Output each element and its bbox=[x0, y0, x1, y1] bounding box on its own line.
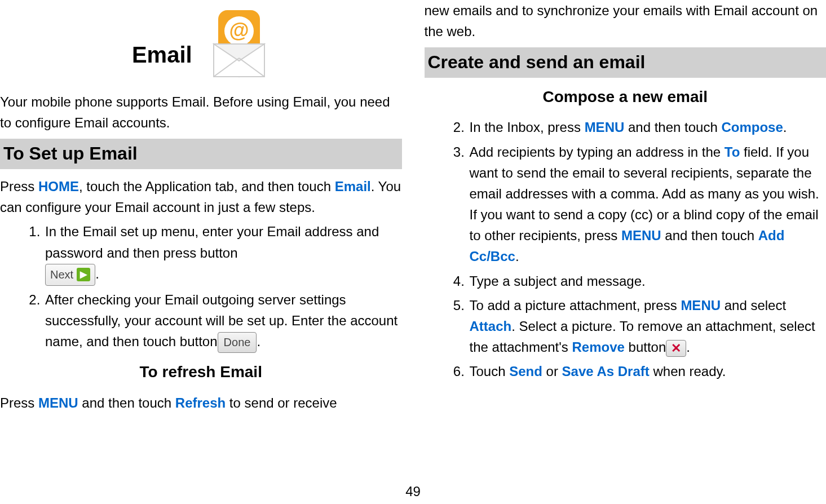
svg-text:@: @ bbox=[229, 19, 249, 42]
page-title: Email bbox=[132, 37, 192, 72]
done-button[interactable]: Done bbox=[218, 332, 257, 353]
text: or bbox=[542, 364, 562, 379]
intro-text: Your mobile phone supports Email. Before… bbox=[0, 91, 402, 133]
arrow-right-icon: ▶ bbox=[77, 268, 90, 281]
menu-key: MENU bbox=[681, 298, 721, 313]
text: and select bbox=[721, 298, 786, 313]
text: Add recipients by typing an address in t… bbox=[470, 144, 725, 160]
compose-step-3: Add recipients by typing an address in t… bbox=[469, 142, 827, 267]
text: , touch the Application tab, and then to… bbox=[79, 179, 335, 194]
continuation-text: new emails and to synchronize your email… bbox=[425, 0, 827, 42]
home-key: HOME bbox=[38, 179, 79, 194]
next-button[interactable]: Next ▶ bbox=[45, 264, 95, 286]
compose-step-2: In the Inbox, press MENU and then touch … bbox=[469, 117, 827, 138]
menu-key: MENU bbox=[621, 228, 661, 243]
title-row: Email @ bbox=[0, 5, 402, 78]
compose-action: Compose bbox=[721, 120, 783, 135]
text: In the Inbox, press bbox=[470, 120, 585, 135]
email-app-icon: @ bbox=[208, 5, 270, 78]
setup-paragraph: Press HOME, touch the Application tab, a… bbox=[0, 176, 402, 218]
compose-step-4: Type a subject and message. bbox=[469, 271, 827, 291]
compose-heading: Compose a new email bbox=[425, 85, 827, 109]
text: In the Email set up menu, enter your Ema… bbox=[45, 224, 379, 260]
menu-key: MENU bbox=[38, 395, 78, 410]
menu-key: MENU bbox=[585, 120, 625, 135]
refresh-paragraph: Press MENU and then touch Refresh to sen… bbox=[0, 392, 402, 413]
save-draft-action: Save As Draft bbox=[562, 364, 650, 379]
text: when ready. bbox=[650, 364, 726, 379]
text: and then touch bbox=[661, 228, 758, 243]
text: and then touch bbox=[78, 395, 175, 410]
remove-action: Remove bbox=[572, 339, 625, 355]
to-field: To bbox=[725, 144, 740, 160]
remove-button[interactable]: ✕ bbox=[666, 340, 686, 357]
setup-step-2: After checking your Email outgoing serve… bbox=[44, 289, 402, 353]
text: Press bbox=[0, 179, 38, 194]
setup-step-1: In the Email set up menu, enter your Ema… bbox=[44, 221, 402, 286]
text: button bbox=[629, 339, 666, 355]
send-action: Send bbox=[509, 364, 542, 379]
compose-step-6: Touch Send or Save As Draft when ready. bbox=[469, 361, 827, 382]
text: To add a picture attachment, press bbox=[470, 298, 681, 313]
refresh-heading: To refresh Email bbox=[0, 360, 402, 384]
email-app-name: Email bbox=[335, 179, 371, 194]
page-number: 49 bbox=[405, 481, 421, 502]
text: to send or receive bbox=[226, 395, 337, 410]
compose-step-5: To add a picture attachment, press MENU … bbox=[469, 295, 827, 358]
text: Press bbox=[0, 395, 38, 410]
text: Touch bbox=[470, 364, 510, 379]
setup-heading: To Set up Email bbox=[0, 139, 402, 169]
attach-action: Attach bbox=[470, 319, 512, 334]
close-icon: ✕ bbox=[671, 339, 681, 358]
refresh-action: Refresh bbox=[175, 395, 226, 410]
create-heading: Create and send an email bbox=[425, 47, 827, 78]
next-label: Next bbox=[50, 266, 73, 284]
text: and then touch bbox=[624, 120, 721, 135]
